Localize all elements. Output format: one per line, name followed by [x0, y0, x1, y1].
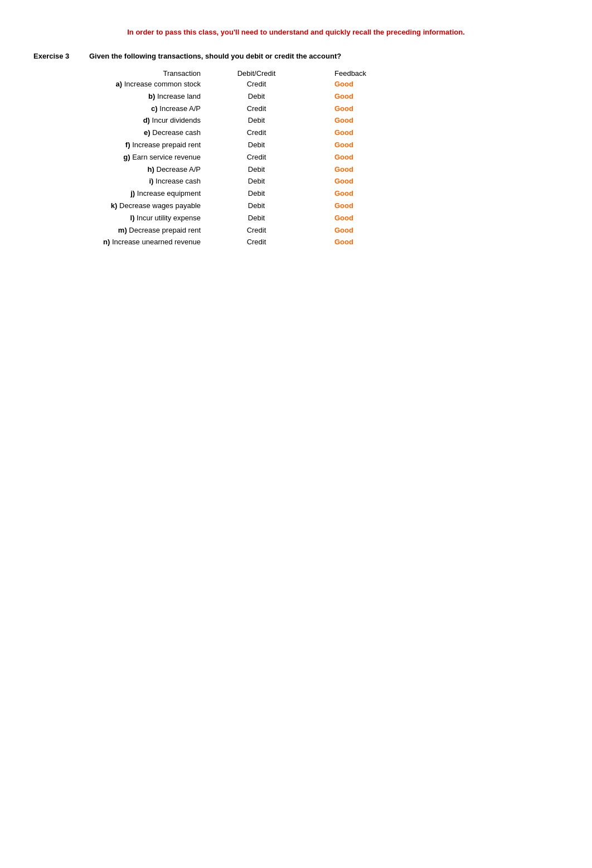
row-letter: n) — [103, 238, 110, 246]
transaction-cell: e) Decrease cash — [89, 127, 212, 139]
table-row: k) Decrease wages payableDebitGood — [89, 200, 559, 212]
row-letter: h) — [148, 165, 154, 173]
debit-credit-cell: Debit — [212, 200, 301, 212]
feedback-cell: Good — [301, 237, 390, 248]
transaction-cell: n) Increase unearned revenue — [89, 237, 212, 248]
feedback-cell: Good — [301, 127, 390, 139]
debit-credit-cell: Debit — [212, 91, 301, 103]
transaction-cell: d) Incur dividends — [89, 115, 212, 127]
row-letter: g) — [123, 153, 130, 161]
transaction-cell: j) Increase equipment — [89, 188, 212, 200]
feedback-cell: Good — [301, 115, 390, 127]
transaction-cell: c) Increase A/P — [89, 103, 212, 115]
feedback-cell: Good — [301, 91, 390, 103]
transaction-cell: i) Increase cash — [89, 176, 212, 187]
feedback-cell: Good — [301, 164, 390, 176]
col-header-feedback: Feedback — [301, 69, 390, 78]
debit-credit-cell: Debit — [212, 115, 301, 127]
table-row: a) Increase common stockCreditGood — [89, 79, 559, 90]
debit-credit-cell: Credit — [212, 237, 301, 248]
transaction-cell: b) Increase land — [89, 91, 212, 103]
transaction-cell: k) Decrease wages payable — [89, 200, 212, 212]
exercise-question: Given the following transactions, should… — [89, 52, 341, 60]
transaction-cell: a) Increase common stock — [89, 79, 212, 90]
feedback-cell: Good — [301, 79, 390, 90]
table-row: n) Increase unearned revenueCreditGood — [89, 237, 559, 248]
transaction-cell: g) Earn service revenue — [89, 152, 212, 163]
row-letter: a) — [116, 80, 123, 88]
debit-credit-cell: Debit — [212, 188, 301, 200]
table-row: e) Decrease cashCreditGood — [89, 127, 559, 139]
row-letter: i) — [149, 177, 154, 185]
col-header-debit-credit: Debit/Credit — [212, 69, 301, 78]
table-row: b) Increase landDebitGood — [89, 91, 559, 103]
feedback-cell: Good — [301, 176, 390, 187]
row-letter: f) — [125, 141, 130, 149]
feedback-cell: Good — [301, 103, 390, 115]
table-row: j) Increase equipmentDebitGood — [89, 188, 559, 200]
row-letter: c) — [151, 104, 158, 113]
feedback-cell: Good — [301, 139, 390, 151]
debit-credit-cell: Credit — [212, 225, 301, 237]
feedback-cell: Good — [301, 152, 390, 163]
debit-credit-cell: Debit — [212, 164, 301, 176]
debit-credit-cell: Debit — [212, 139, 301, 151]
table-rows-container: a) Increase common stockCreditGoodb) Inc… — [89, 79, 559, 248]
table-row: m) Decrease prepaid rentCreditGood — [89, 225, 559, 237]
table-row: i) Increase cashDebitGood — [89, 176, 559, 187]
feedback-cell: Good — [301, 200, 390, 212]
table-row: g) Earn service revenueCreditGood — [89, 152, 559, 163]
table-row: h) Decrease A/PDebitGood — [89, 164, 559, 176]
debit-credit-cell: Debit — [212, 213, 301, 224]
exercise-table: Transaction Debit/Credit Feedback a) Inc… — [89, 69, 559, 248]
debit-credit-cell: Credit — [212, 103, 301, 115]
exercise-label: Exercise 3 — [33, 52, 84, 60]
transaction-cell: m) Decrease prepaid rent — [89, 225, 212, 237]
row-letter: l) — [130, 214, 135, 222]
debit-credit-cell: Credit — [212, 152, 301, 163]
table-row: f) Increase prepaid rentDebitGood — [89, 139, 559, 151]
row-letter: b) — [148, 92, 155, 100]
exercise-header: Exercise 3 Given the following transacti… — [33, 52, 559, 60]
debit-credit-cell: Credit — [212, 79, 301, 90]
feedback-cell: Good — [301, 213, 390, 224]
debit-credit-cell: Credit — [212, 127, 301, 139]
feedback-cell: Good — [301, 225, 390, 237]
table-header-row: Transaction Debit/Credit Feedback — [89, 69, 559, 78]
row-letter: e) — [144, 128, 151, 137]
feedback-cell: Good — [301, 188, 390, 200]
table-row: l) Incur utility expenseDebitGood — [89, 213, 559, 224]
transaction-cell: h) Decrease A/P — [89, 164, 212, 176]
row-letter: k) — [111, 201, 118, 210]
transaction-cell: l) Incur utility expense — [89, 213, 212, 224]
top-notice: In order to pass this class, you'll need… — [33, 28, 559, 36]
row-letter: d) — [143, 116, 150, 124]
debit-credit-cell: Debit — [212, 176, 301, 187]
transaction-cell: f) Increase prepaid rent — [89, 139, 212, 151]
row-letter: m) — [118, 226, 127, 234]
table-row: d) Incur dividendsDebitGood — [89, 115, 559, 127]
col-header-transaction: Transaction — [89, 69, 212, 78]
table-row: c) Increase A/PCreditGood — [89, 103, 559, 115]
row-letter: j) — [130, 189, 135, 197]
